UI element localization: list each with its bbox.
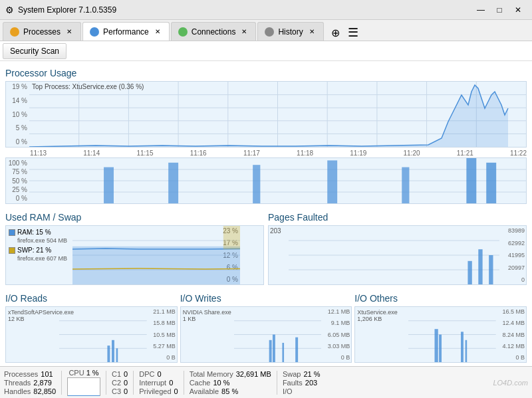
svg-rect-44 — [269, 340, 271, 362]
status-total-mem: Total Memory 32,691 MB — [190, 370, 271, 378]
status-swap: Swap 21 % — [283, 370, 321, 378]
performance-tab-icon — [90, 27, 99, 37]
io-writes-svg — [234, 307, 322, 362]
pages-chart-area: 83989 62992 41995 20997 0 — [289, 226, 526, 284]
close-button[interactable]: ✕ — [509, 3, 527, 17]
cpu-xaxis: 11:13 11:14 11:15 11:16 11:17 11:18 11:1… — [5, 149, 527, 157]
performance-tab-close[interactable]: ✕ — [153, 27, 162, 37]
titlebar-controls: — □ ✕ — [472, 3, 527, 17]
ram-title: Used RAM / Swap — [5, 212, 264, 223]
divider-5 — [277, 371, 277, 395]
core-yaxis: 100 % 75 % 50 % 25 % 0 % — [6, 158, 29, 203]
handles-value: 82,850 — [33, 387, 56, 395]
handles-label: Handles — [4, 387, 31, 395]
app-icon: ⚙ — [5, 5, 14, 15]
status-cpu-group: CPU 1 % — [67, 369, 100, 396]
privileged-value: 0 — [174, 387, 178, 395]
pages-yaxis: 83989 62992 41995 20997 0 — [499, 226, 526, 284]
io-others-svg — [408, 307, 496, 362]
svg-rect-18 — [168, 163, 178, 203]
io-others-yaxis: 16.5 MB 12.4 MB 8.24 MB 4.12 MB 0 B — [496, 307, 526, 362]
svg-rect-47 — [295, 338, 298, 362]
available-label: Available — [190, 387, 219, 395]
c2-value: 0 — [124, 379, 128, 387]
ram-firefox-label: firefox.exe 504 MB — [17, 237, 70, 244]
ram-legend-item-2: SWP: 21 % — [9, 247, 70, 254]
history-tab-label: History — [278, 27, 303, 37]
io-others-title: I/O Others — [354, 293, 527, 304]
swap-value: 21 % — [303, 370, 320, 378]
processor-section: Processor Usage 19 % 14 % 10 % 5 % 0 % T… — [5, 68, 527, 204]
status-memory-group: Total Memory 32,691 MB Cache 10 % Availa… — [190, 370, 271, 395]
tab-processes[interactable]: Processes ✕ — [3, 22, 81, 41]
ram-color-box — [9, 229, 15, 236]
status-dpc-group: DPC 0 Interrupt 0 Privileged 0 — [139, 370, 178, 395]
c2-label: C2 — [112, 379, 121, 387]
c3-label: C3 — [112, 387, 121, 395]
status-io: I/O — [283, 387, 321, 395]
connections-tab-close[interactable]: ✕ — [239, 27, 249, 37]
io-reads-chart: xTendSoftAPService.exe 12 KB 21.1 MB — [5, 306, 178, 363]
statusbar: Processes 101 Threads 2,879 Handles 82,8… — [0, 366, 532, 398]
io-writes-section: I/O Writes NVIDIA Share.exe 1 KB — [180, 289, 352, 363]
processes-tab-close[interactable]: ✕ — [65, 27, 74, 37]
tab-performance[interactable]: Performance ✕ — [82, 22, 170, 41]
maximize-button[interactable]: □ — [491, 3, 508, 17]
available-value: 85 % — [221, 387, 238, 395]
io-reads-title: I/O Reads — [5, 293, 178, 304]
divider-4 — [184, 371, 184, 395]
io-reads-legend: xTendSoftAPService.exe 12 KB — [6, 307, 59, 362]
divider-3 — [133, 371, 134, 395]
titlebar: ⚙ System Explorer 7.1.0.5359 — □ ✕ — [0, 0, 532, 20]
ram-section: Used RAM / Swap RAM: 15 % firefox.exe 50… — [5, 208, 264, 285]
connections-tab-icon — [178, 27, 188, 37]
io-reads-section: I/O Reads xTendSoftAPService.exe 12 KB — [5, 289, 178, 363]
swap-firefox-label: firefox.exe 607 MB — [17, 255, 70, 262]
tab-menu-button[interactable]: ☰ — [345, 25, 361, 41]
status-processes: Processes 101 — [4, 370, 56, 378]
core-chart-area — [29, 158, 526, 203]
status-swap-group: Swap 21 % Faults 203 I/O — [283, 370, 321, 395]
io-writes-legend: NVIDIA Share.exe 1 KB — [181, 307, 234, 362]
io-others-chart-area: 16.5 MB 12.4 MB 8.24 MB 4.12 MB 0 B — [408, 307, 526, 362]
threads-label: Threads — [4, 379, 31, 387]
c1-value: 0 — [124, 370, 128, 378]
status-c1: C1 0 — [112, 370, 128, 378]
svg-rect-45 — [273, 335, 275, 363]
svg-rect-33 — [478, 249, 482, 284]
total-mem-value: 32,691 MB — [236, 370, 271, 378]
tab-history[interactable]: History ✕ — [257, 22, 323, 41]
minimize-button[interactable]: — — [472, 3, 489, 17]
swap-color-box — [9, 247, 15, 254]
svg-rect-54 — [466, 340, 467, 362]
history-tab-close[interactable]: ✕ — [307, 27, 317, 37]
status-cx-group: C1 0 C2 0 C3 0 — [112, 370, 128, 395]
status-c3: C3 0 — [112, 387, 128, 395]
io-label: I/O — [283, 387, 293, 395]
svg-rect-28 — [223, 226, 240, 249]
io-reads-chart-area: 21.1 MB 15.8 MB 10.5 MB 5.27 MB 0 B — [59, 307, 177, 362]
tabbar: Processes ✕ Performance ✕ Connections ✕ … — [0, 20, 532, 41]
status-available: Available 85 % — [190, 387, 271, 395]
security-scan-button[interactable]: Security Scan — [3, 43, 66, 59]
io-others-chart: XtuService.exe 1,206 KB 16.5 MB — [354, 306, 527, 363]
svg-rect-46 — [282, 343, 284, 362]
cpu-mini-bar — [67, 377, 100, 396]
pages-chart: 203 83989 62992 41995 — [268, 225, 527, 285]
svg-rect-40 — [116, 348, 118, 362]
svg-rect-38 — [107, 346, 110, 362]
svg-rect-34 — [489, 255, 493, 284]
core-chart-svg — [29, 158, 526, 203]
ram-chart-svg — [72, 226, 240, 284]
threads-value: 2,879 — [33, 379, 52, 387]
tab-connections[interactable]: Connections ✕ — [171, 22, 257, 41]
add-tab-button[interactable]: ⊕ — [328, 25, 344, 41]
cache-value: 10 % — [213, 379, 229, 387]
processes-label: Processes — [4, 370, 38, 378]
svg-rect-19 — [253, 165, 260, 203]
pages-section: Pages Faulted 203 83 — [268, 208, 527, 285]
connections-tab-label: Connections — [192, 27, 236, 37]
svg-rect-21 — [402, 167, 409, 203]
c3-value: 0 — [124, 387, 128, 395]
performance-tab-label: Performance — [103, 27, 149, 37]
